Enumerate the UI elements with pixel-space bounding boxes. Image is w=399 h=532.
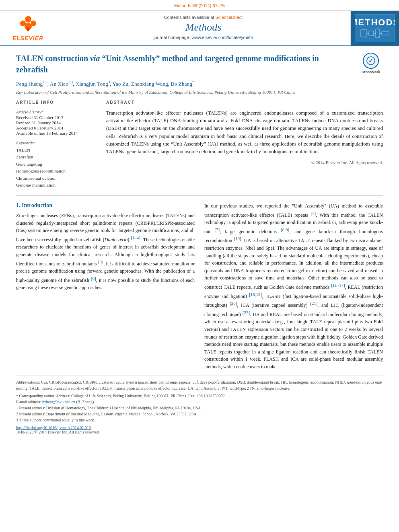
history-label: Article history: [16,109,97,114]
author-an-xiao-sup: 2,3 [68,80,73,84]
keyword-genome-manipulation: Genome manipulation [16,182,97,189]
svg-text:✓: ✓ [368,58,373,64]
svg-rect-4 [27,27,29,31]
email-link[interactable]: bzhang@pku.edu.cn [42,400,75,404]
journal-name: Methods [64,21,342,33]
fn3-footnote: 3 These authors contributed equally to t… [16,417,383,423]
article-info-column: ARTICLE INFO Article history: Received 3… [16,100,97,189]
keyword-homologous-recombination: Homologous recombination [16,168,97,175]
homepage-line: journal homepage: www.elsevier.com/locat… [64,35,342,40]
ref-7[interactable]: [7] [311,211,316,216]
affiliation: Key Laboratory of Cell Proliferation and… [16,90,383,94]
ref-11-17[interactable]: [11–17] [331,283,345,288]
abstract-header: ABSTRACT [106,100,383,106]
journal-center-info: Contents lists available at ScienceDirec… [56,11,351,45]
authors-line: Peng Huang1,3, An Xiao2,3, Xiangjun Tong… [16,80,383,87]
revised-date: Revised 31 January 2014 [16,120,97,125]
section-divider [16,195,383,196]
intro-left-text: Zinc-finger nucleases (ZFNs), transcript… [16,212,195,292]
copyright-line: © 2014 Elsevier Inc. All rights reserved… [106,160,383,165]
title-part1: TALEN construction [16,54,90,63]
methods-journal-image: METHODS [355,14,395,42]
author-an-xiao[interactable]: An Xiao [50,81,68,87]
introduction-section: 1. Introduction Zinc-finger nucleases (Z… [16,202,383,370]
ref-5[interactable]: [5] [98,259,103,264]
sciencedirect-link[interactable]: ScienceDirect [215,15,243,20]
svg-rect-5 [361,30,367,37]
elsevier-tree-icon [18,15,38,33]
author-bo-zhang[interactable]: Bo Zhang [171,81,192,87]
abstract-text: Transcription activator-like effector nu… [106,109,383,156]
ref-8-9[interactable]: [8,9] [281,227,289,232]
title-italic: via [90,54,100,63]
email-label: E-mail address: [16,400,42,404]
journal-issue-link[interactable]: Methods 69 (2014) 67–75 [174,3,225,8]
contents-text: Contents lists available at [164,15,214,20]
doi-link[interactable]: http://dx.doi.org/10.1016/j.ymeth.2014.0… [16,425,91,430]
keyword-zebrafish: Zebrafish [16,154,97,161]
info-abstract-section: ARTICLE INFO Article history: Received 3… [16,100,383,189]
ref-7b[interactable]: [7] [214,227,220,232]
keyword-gene-targeting: Gene targeting [16,161,97,168]
doi-area: http://dx.doi.org/10.1016/j.ymeth.2014.0… [16,425,383,434]
email-footnote: E-mail address: bzhang@pku.edu.cn (B. Zh… [16,399,383,405]
journal-header: ELSEVIER Contents lists available at Sci… [0,11,399,46]
crossmark-badge: ✓ CrossMark [359,53,383,75]
author-xiangjun-tong-sup: 3 [108,80,110,84]
methods-badge-text: METHODS [355,17,395,28]
top-bar: Methods 69 (2014) 67–75 [0,0,399,11]
crossmark-svg: ✓ [366,56,376,66]
intro-left-col: 1. Introduction Zinc-finger nucleases (Z… [16,202,195,370]
main-content: TALEN construction via “Unit Assembly” m… [0,46,399,442]
fn1-footnote: 1 Present address: Division of Hematolog… [16,405,383,411]
section1-number: 1. [16,202,21,208]
section1-title-text: Introduction [22,202,52,208]
article-title: TALEN construction via “Unit Assembly” m… [16,53,383,75]
methods-diagram-icon [359,28,391,39]
author-xiangjun-tong[interactable]: Xiangjun Tong [76,81,108,87]
author-yao-zu[interactable]: Yao Zu [112,81,128,87]
crossmark-label: CrossMark [359,70,383,75]
available-date: Available online 18 February 2014 [16,131,97,136]
homepage-link[interactable]: www.elsevier.com/locate/ymeth [191,35,253,40]
keyword-talen: TALEN [16,147,97,154]
author-peng-huang[interactable]: Peng Huang [16,81,43,87]
homepage-label: journal homepage: [154,35,190,40]
corresponding-text: * Corresponding author. Address: College… [16,394,226,398]
methods-badge-area: METHODS [351,11,399,45]
intro-right-col: In our previous studies, we reported the… [204,202,383,370]
contents-line: Contents lists available at ScienceDirec… [64,15,342,20]
intro-right-text: In our previous studies, we reported the… [204,202,383,370]
species-name: Danio rerio [105,237,128,242]
svg-rect-8 [382,32,389,35]
fn2-footnote: 2 Present address: Department of Interna… [16,411,383,417]
page: Methods 69 (2014) 67–75 ELSEVIER Content… [0,0,399,532]
email-suffix: (B. Zhang). [75,400,95,404]
ref-21[interactable]: [21] [310,301,317,306]
corresponding-footnote: * Corresponding author. Address: College… [16,393,383,399]
ref-6[interactable]: [6] [91,276,96,281]
elsevier-wordmark: ELSEVIER [12,35,43,41]
svg-rect-7 [376,29,380,38]
keyword-chromosomal-deletion: Chromosomal deletion [16,175,97,182]
ref-18-19[interactable]: [18,19] [249,292,262,297]
author-zhanxiang-wang[interactable]: Zhanxiang Wang [131,81,168,87]
ref-20[interactable]: [20] [230,301,237,306]
ref-10[interactable]: [10] [234,236,241,241]
crossmark-icon: ✓ [363,53,379,69]
abbreviations-footnote: Abbreviations: Cas, CRISPR-associated; C… [16,379,383,391]
abstract-column: ABSTRACT Transcription activator-like ef… [106,100,383,189]
ref-22[interactable]: [22] [243,310,250,315]
section1-title: 1. Introduction [16,202,195,209]
author-bo-zhang-sup: * [192,80,194,84]
ref-1-4[interactable]: [1–4] [131,235,140,240]
svg-rect-6 [369,31,374,36]
accepted-date: Accepted 6 February 2014 [16,125,97,130]
elsevier-logo: ELSEVIER [12,15,43,41]
keywords-list: TALEN Zebrafish Gene targeting Homologou… [16,147,97,189]
author-peng-huang-sup: 1,3 [43,80,47,84]
article-info-header: ARTICLE INFO [16,100,97,106]
elsevier-logo-area: ELSEVIER [0,11,56,45]
issn-text: 1046-2023/© 2014 Elsevier Inc. All right… [16,430,100,434]
abbreviations-text: Abbreviations: Cas, CRISPR-associated; C… [16,380,382,390]
